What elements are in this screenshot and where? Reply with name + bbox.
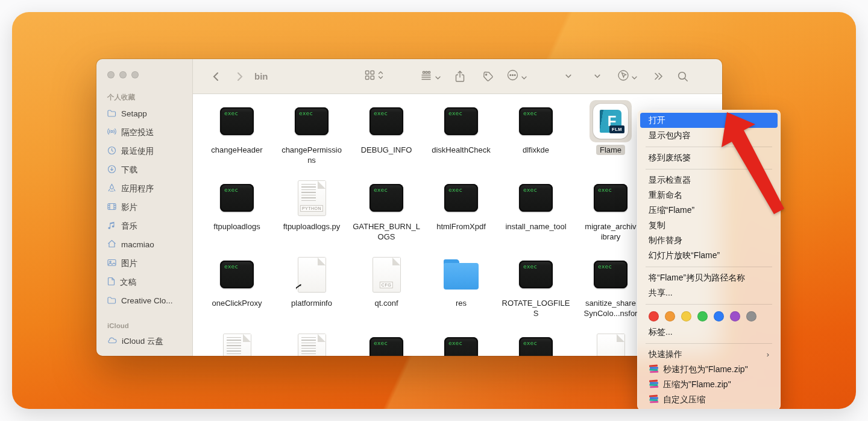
sidebar-item-applications[interactable]: 应用程序 — [96, 179, 192, 198]
tag-gray[interactable] — [746, 311, 756, 321]
file-item[interactable]: exec ROTATE_LOGFILE S — [498, 253, 573, 330]
file-item[interactable]: CFG qt.conf — [349, 253, 424, 330]
file-label: GATHER_BURN_L OGS — [353, 221, 420, 242]
more-actions-control[interactable] — [507, 69, 527, 83]
toolbar-overflow-button[interactable] — [650, 68, 667, 85]
close-window-button[interactable] — [107, 71, 115, 78]
file-item[interactable]: exec changePermissio ns — [274, 100, 349, 177]
file-label: changeHeader — [211, 145, 262, 155]
sidebar-item-label: 影片 — [121, 202, 189, 213]
forward-button[interactable] — [231, 68, 248, 85]
updown-chevron-icon — [378, 71, 383, 82]
file-item[interactable]: exec changeHeader — [200, 100, 274, 177]
executable-file-icon: exec — [220, 107, 254, 135]
collapsed-toolbar-dropdown-2[interactable] — [591, 68, 604, 85]
document-icon — [107, 277, 115, 288]
menu-item-custom-compress[interactable]: 自定义压缩 — [640, 392, 778, 407]
minimize-window-button[interactable] — [119, 71, 127, 78]
executable-file-icon: exec — [370, 184, 403, 212]
menu-item-slideshow-flame[interactable]: 幻灯片放映“Flame” — [640, 248, 778, 263]
sidebar-item-pictures[interactable]: 图片 — [96, 254, 192, 273]
menu-item-open[interactable]: 打开 — [640, 113, 778, 128]
sidebar-item-downloads[interactable]: 下载 — [96, 160, 192, 179]
menu-item-duplicate[interactable]: 复制 — [640, 218, 778, 233]
download-icon — [107, 165, 116, 176]
share-button[interactable] — [451, 68, 468, 85]
menu-item-show-inspector[interactable]: 显示检查器 — [640, 173, 778, 188]
sidebar-item-music[interactable]: 音乐 — [96, 217, 192, 235]
menu-item-rename[interactable]: 重新命名 — [640, 188, 778, 203]
executable-file-icon: exec — [594, 261, 627, 288]
back-button[interactable] — [207, 68, 224, 85]
zip-app-icon — [649, 364, 659, 375]
menu-item-copy-as-pathname[interactable]: 将“Flame”拷贝为路径名称 — [640, 270, 778, 285]
airdrop-icon — [107, 127, 116, 138]
tag-purple[interactable] — [730, 311, 740, 321]
sidebar-item-icloud-drive[interactable]: iCloud 云盘 — [96, 332, 192, 350]
tag-green[interactable] — [697, 311, 708, 321]
sidebar-item-setapp[interactable]: Setapp — [96, 104, 192, 123]
menu-item-compress-zip[interactable]: 压缩为"Flame.zip" — [640, 377, 778, 392]
view-switcher[interactable] — [365, 70, 383, 83]
sidebar-item-home[interactable]: macmiao — [96, 235, 192, 254]
menu-item-fast-pack-zip[interactable]: 秒速打包为"Flame.zip" — [640, 362, 778, 377]
file-label: sanitize_share SynColo...nsfor — [584, 298, 638, 318]
menu-item-tags[interactable]: 标签... — [640, 324, 778, 340]
zoom-window-button[interactable] — [131, 71, 139, 78]
tag-button[interactable] — [479, 68, 497, 85]
tag-blue[interactable] — [714, 311, 724, 321]
menu-item-compress-flame[interactable]: 压缩“Flame” — [640, 203, 778, 218]
file-label: migrate_archiv ibrary — [585, 221, 636, 242]
collapsed-toolbar-dropdown-1[interactable] — [562, 68, 575, 85]
file-label: platforminfo — [291, 298, 332, 308]
file-item[interactable]: res — [424, 253, 498, 330]
file-item[interactable]: exec DEBUG_INFO — [349, 100, 424, 177]
executable-file-icon: exec — [444, 337, 478, 356]
text-document-icon — [298, 334, 326, 356]
chevron-down-icon — [435, 71, 441, 82]
file-item[interactable]: exec install_name_tool — [498, 177, 573, 253]
sidebar-item-recents[interactable]: 最近使用 — [96, 142, 192, 160]
file-label: htmlFromXpdf — [436, 221, 486, 232]
menu-item-move-to-trash[interactable]: 移到废纸篓 — [640, 150, 778, 165]
file-item[interactable]: exec — [349, 330, 424, 356]
file-item[interactable]: platforminfo — [274, 253, 349, 330]
grid-view-icon — [365, 70, 375, 83]
sidebar-item-label: Creative Clo... — [121, 296, 189, 305]
sidebar-item-creative-cloud[interactable]: Creative Clo... — [96, 291, 192, 310]
sidebar-item-airdrop[interactable]: 隔空投送 — [96, 123, 192, 142]
zip-app-icon — [649, 379, 659, 390]
file-item[interactable] — [200, 330, 274, 356]
tag-red[interactable] — [649, 311, 659, 321]
file-item[interactable]: exec — [424, 330, 498, 356]
desktop-wallpaper: 个人收藏 Setapp 隔空投送 最近使用 下载 应用程序 — [12, 12, 856, 409]
file-item[interactable]: exec dlfixkde — [498, 100, 573, 177]
context-menu: 打开 显示包内容 移到废纸篓 显示检查器 重新命名 压缩“Flame” 复制 制… — [637, 110, 781, 409]
file-item[interactable] — [274, 330, 349, 356]
menu-item-quick-actions[interactable]: 快速操作 › — [640, 347, 778, 362]
file-item[interactable]: exec GATHER_BURN_L OGS — [349, 177, 424, 253]
file-item[interactable]: exec — [498, 330, 573, 356]
search-button[interactable] — [674, 68, 692, 85]
file-item[interactable]: PYTHON ftpuploadlogs.py — [274, 177, 349, 253]
file-label: qt.conf — [374, 298, 398, 308]
alias-document-icon — [298, 258, 326, 292]
config-file-icon: CFG — [373, 258, 400, 292]
sidebar-item-documents[interactable]: 文稿 — [96, 273, 192, 291]
file-item[interactable]: exec diskHealthCheck — [424, 100, 498, 177]
sidebar-item-movies[interactable]: 影片 — [96, 198, 192, 217]
quick-actions-control[interactable] — [617, 69, 637, 84]
menu-item-show-package-contents[interactable]: 显示包内容 — [640, 128, 778, 143]
file-label: diskHealthCheck — [432, 145, 491, 155]
menu-item-share[interactable]: 共享... — [640, 285, 778, 300]
window-controls — [96, 68, 192, 89]
group-by-icon — [421, 71, 432, 83]
file-item[interactable]: exec ftpuploadlogs — [200, 177, 274, 253]
tag-orange[interactable] — [665, 311, 675, 321]
file-item[interactable]: exec htmlFromXpdf — [424, 177, 498, 253]
menu-item-make-alias[interactable]: 制作替身 — [640, 233, 778, 248]
group-by-control[interactable] — [421, 71, 441, 83]
tag-yellow[interactable] — [681, 311, 691, 321]
executable-file-icon: exec — [519, 337, 553, 356]
file-item[interactable]: exec oneClickProxy — [200, 253, 274, 330]
